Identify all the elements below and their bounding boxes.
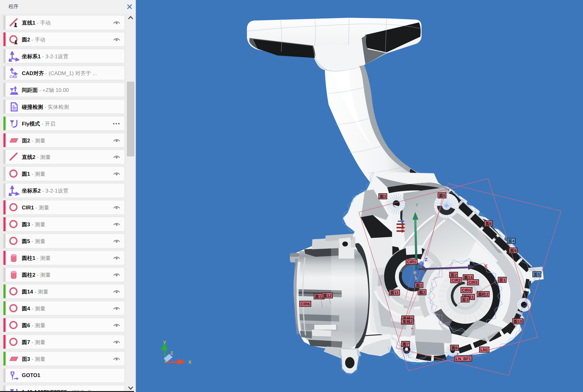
svg-text:X: X [188,359,191,365]
svg-text:Y: Y [416,203,418,207]
svg-text:CAD: CAD [10,75,17,79]
svg-text:Z: Z [425,257,427,262]
svg-text:Y: Y [163,340,166,345]
svg-text:X: X [484,264,488,269]
svg-text:Z: Z [170,350,173,356]
